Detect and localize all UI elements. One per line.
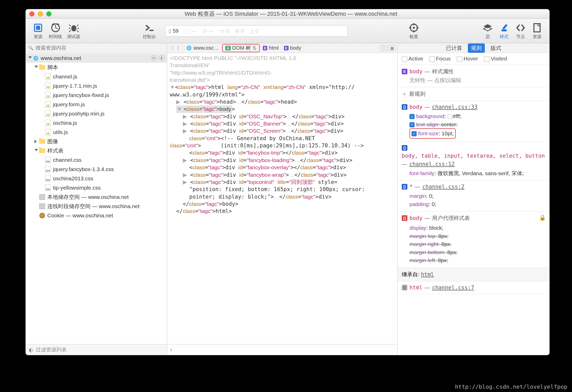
dom-panel: 〈 〉 🌐www.osc… ☰DOM 树⇅ Ehtml Ebody 〈〉 ▦ <… xyxy=(167,43,398,355)
download-icon[interactable]: ⬇ xyxy=(159,55,164,61)
rules-list[interactable]: Ebody — 样式属性 无特性 — 点按以编辑 ＋ 新规则 {}body — … xyxy=(398,65,549,355)
close-icon[interactable] xyxy=(29,11,34,16)
tree-folder-images[interactable]: 图像 xyxy=(26,137,167,146)
pseudo-active[interactable]: Active xyxy=(402,56,423,62)
rule-channel-2: {}* — channel.css:2 margin: 0; padding: … xyxy=(398,181,549,211)
minimize-icon[interactable] xyxy=(38,11,43,16)
svg-point-16 xyxy=(413,27,415,29)
layers-button[interactable]: 层 xyxy=(480,22,495,40)
status-infobox: ▯59 ⬚— ◷— ▭0 ⊘0 △0 xyxy=(165,25,348,37)
watermark: http://blog.csdn.net/lovelyelfpop xyxy=(455,384,567,390)
tree-session-storage[interactable]: 连线时段储存空间 — www.oschina.net xyxy=(26,202,167,211)
svg-point-7 xyxy=(71,25,76,31)
prop-margin-top: margin-top: 8px; xyxy=(409,232,545,240)
tree-file[interactable]: JSutils.js xyxy=(26,128,167,137)
node-button[interactable]: 节点 xyxy=(513,22,528,40)
pseudo-visited[interactable]: Visited xyxy=(484,56,507,62)
pseudo-hover[interactable]: Hover xyxy=(457,56,478,62)
tree-file[interactable]: csschannel.css xyxy=(26,155,167,165)
prop-text-align[interactable]: ✓text-align: center; xyxy=(409,120,545,129)
tree-file[interactable]: csstip-yellowsimple.css xyxy=(26,183,167,192)
styles-button[interactable]: 样式 xyxy=(496,22,512,40)
tree-icon: ☰ xyxy=(225,46,231,50)
time-indicator: ◷— xyxy=(202,28,213,34)
filter-icon: ◐ xyxy=(29,347,33,353)
tree-file[interactable]: JSjquery-1.7.1.min.js xyxy=(26,81,167,91)
prop-padding[interactable]: padding: 0; xyxy=(409,200,545,208)
section-new-rule[interactable]: ＋ 新规则 xyxy=(398,87,549,101)
grid-view-icon[interactable]: ▦ xyxy=(389,45,395,51)
tab-computed[interactable]: 已计算 xyxy=(443,43,465,53)
prop-margin-left: margin-left: 8px; xyxy=(409,256,545,264)
cookie-icon xyxy=(39,213,45,218)
resources-button[interactable]: 资源 xyxy=(30,22,46,40)
section-inherit: 继承自: html xyxy=(398,268,549,281)
breadcrumb-bar: 〈 〉 🌐www.osc… ☰DOM 树⇅ Ehtml Ebody 〈〉 ▦ xyxy=(167,43,397,53)
inspect-button[interactable]: 检查 xyxy=(406,22,422,40)
tree-file[interactable]: JSjquery.fancybox-fixed.js xyxy=(26,91,167,100)
error-icon: ⊘ xyxy=(235,28,239,34)
titlebar: Web 检查器 — iOS Simulator — 2015-01-31-WKW… xyxy=(26,9,549,19)
svg-line-4 xyxy=(56,28,58,29)
tree-root[interactable]: 🌐 www.oschina.net ⟳⬇ xyxy=(26,54,167,63)
crumb-site[interactable]: 🌐www.osc… xyxy=(184,43,222,53)
console-button[interactable]: 控制台 xyxy=(141,22,158,40)
filter-input[interactable]: 过滤资源列表 xyxy=(36,346,67,353)
search-bar: 🔍 xyxy=(26,43,167,53)
crumb-dom-tree[interactable]: ☰DOM 树⇅ xyxy=(222,44,260,52)
main-toolbar: 资源 时间线 调试器 控制台 ▯59 ⬚— ◷— ▭0 ⊘0 △0 检查 xyxy=(26,19,549,43)
tree-cookie[interactable]: Cookie — www.oschina.net xyxy=(26,211,167,220)
pseudo-focus[interactable]: Focus xyxy=(429,56,451,62)
prop-font-family[interactable]: font-family: 微软雅黑, Verdana, sans-serif, … xyxy=(409,169,545,177)
tree-file[interactable]: JSjquery.poshytip.min.js xyxy=(26,109,167,118)
pseudo-classes-row: Active Focus Hover Visited xyxy=(398,53,549,65)
svg-line-13 xyxy=(77,30,78,32)
file-count: ▯59 xyxy=(168,28,178,34)
prop-font-size[interactable]: ✓font-size: 10pt; xyxy=(409,128,545,139)
resources-sidebar: 🔍 🌐 www.oschina.net ⟳⬇ 脚本 JSchannel.jsJS… xyxy=(26,43,167,355)
crumb-html[interactable]: Ehtml xyxy=(260,43,281,53)
tree-file[interactable]: JSjquery.form.js xyxy=(26,100,167,109)
crumb-body[interactable]: Ebody xyxy=(281,43,304,53)
dom-source[interactable]: <!DOCTYPE html PUBLIC "-//W3C//DTD XHTML… xyxy=(167,53,397,344)
search-input[interactable] xyxy=(35,45,164,51)
right-resources-button[interactable]: 资源 xyxy=(529,22,545,40)
resource-tree[interactable]: 🌐 www.oschina.net ⟳⬇ 脚本 JSchannel.jsJSjq… xyxy=(26,53,167,344)
prop-margin[interactable]: margin: 0; xyxy=(409,192,545,200)
code-view-icon[interactable]: 〈〉 xyxy=(380,45,387,51)
prop-margin-bottom: margin-bottom: 8px; xyxy=(409,248,545,256)
window-title: Web 检查器 — iOS Simulator — 2015-01-31-WKW… xyxy=(51,10,530,18)
tree-file[interactable]: JSchannel.js xyxy=(26,72,167,81)
tree-file[interactable]: cssoschina2013.css xyxy=(26,174,167,183)
svg-rect-24 xyxy=(502,29,507,31)
tree-folder-scripts[interactable]: 脚本 xyxy=(26,63,167,72)
zoom-icon[interactable] xyxy=(46,11,51,16)
styles-panel: 已计算 规则 版式 Active Focus Hover Visited Ebo… xyxy=(398,43,549,355)
back-button[interactable]: 〈 xyxy=(167,44,175,52)
forward-button[interactable]: 〉 xyxy=(175,44,184,52)
download-indicator: ⬚— xyxy=(185,28,196,34)
debugger-button[interactable]: 调试器 xyxy=(65,22,82,40)
tab-rules[interactable]: 规则 xyxy=(468,43,485,53)
inspector-window: Web 检查器 — iOS Simulator — 2015-01-31-WKW… xyxy=(25,9,550,355)
rule-channel-33: {}body — channel.css:33 ✓background: #ff… xyxy=(398,101,549,142)
svg-marker-21 xyxy=(484,24,492,28)
tree-folder-stylesheets[interactable]: 样式表 xyxy=(26,146,167,155)
prop-display: display: block; xyxy=(409,224,545,232)
tree-file[interactable]: JSoschina.js xyxy=(26,118,167,128)
prop-background[interactable]: ✓background: #fff; xyxy=(409,112,545,120)
rule-channel-12: {}body, table, input, textarea, select, … xyxy=(398,142,549,181)
console-prompt[interactable]: › xyxy=(167,344,397,355)
tree-local-storage[interactable]: 本地储存空间 — www.oschina.net xyxy=(26,192,167,202)
warning-count: △0 xyxy=(250,28,258,34)
panels: 🔍 🌐 www.oschina.net ⟳⬇ 脚本 JSchannel.jsJS… xyxy=(26,43,549,355)
timelines-button[interactable]: 时间线 xyxy=(47,22,64,40)
log-count: ▭0 xyxy=(220,28,229,34)
download-icon: ⬚ xyxy=(185,28,190,34)
tree-file[interactable]: cssjquery.fancybox-1.3.4.css xyxy=(26,165,167,174)
svg-line-12 xyxy=(69,30,71,32)
tab-metrics[interactable]: 版式 xyxy=(487,43,504,53)
prop-margin-right: margin-right: 8px; xyxy=(409,240,545,248)
rule-html: {}html — channel.css:7 xyxy=(398,281,549,294)
reload-icon[interactable]: ⟳ xyxy=(151,55,157,61)
